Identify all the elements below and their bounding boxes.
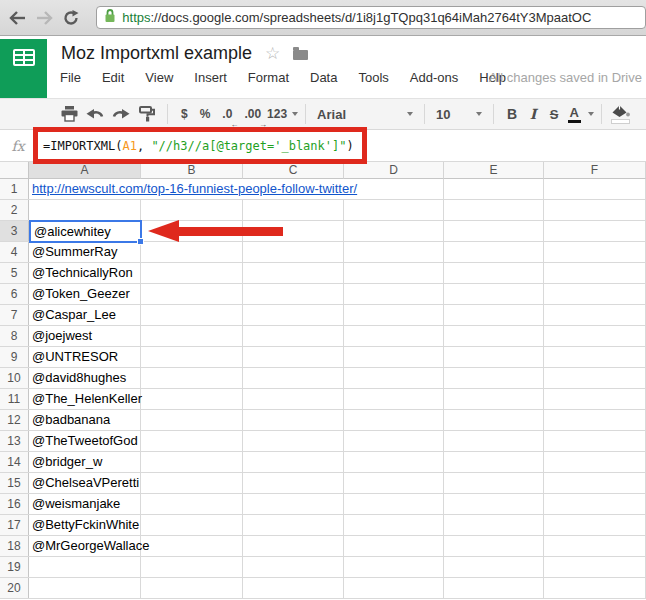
- document-title[interactable]: Moz Importxml example: [61, 43, 252, 64]
- cell-A15[interactable]: @ChelseaVPeretti: [29, 473, 141, 493]
- row-header-6[interactable]: 6: [0, 284, 29, 304]
- cell-A2[interactable]: [29, 200, 141, 220]
- menu-edit[interactable]: Edit: [102, 70, 124, 85]
- cell-C5[interactable]: [243, 263, 344, 283]
- cell-A9[interactable]: @UNTRESOR: [29, 347, 141, 367]
- star-icon[interactable]: ☆: [265, 45, 280, 62]
- cell-A14[interactable]: @bridger_w: [29, 452, 141, 472]
- cell-C8[interactable]: [243, 326, 344, 346]
- cell-C19[interactable]: [243, 557, 344, 577]
- menu-view[interactable]: View: [145, 70, 173, 85]
- cell-E16[interactable]: [444, 494, 544, 514]
- cell-F7[interactable]: [544, 305, 646, 325]
- cell-B5[interactable]: [141, 263, 243, 283]
- cell-B14[interactable]: [141, 452, 243, 472]
- cell-E19[interactable]: [444, 557, 544, 577]
- bold-button[interactable]: B: [501, 102, 523, 126]
- select-all-corner[interactable]: [0, 162, 29, 179]
- column-header-D[interactable]: D: [344, 162, 444, 179]
- cell-F18[interactable]: [544, 536, 646, 556]
- cell-F9[interactable]: [544, 347, 646, 367]
- row-header-2[interactable]: 2: [0, 200, 29, 220]
- cell-F10[interactable]: [544, 368, 646, 388]
- cell-E3[interactable]: [444, 221, 544, 241]
- cell-E6[interactable]: [444, 284, 544, 304]
- back-icon[interactable]: [8, 8, 27, 28]
- cell-A11[interactable]: @The_HelenKeller: [29, 389, 141, 409]
- cell-A19[interactable]: [29, 557, 141, 577]
- cell-D17[interactable]: [344, 515, 444, 535]
- row-header-10[interactable]: 10: [0, 368, 29, 388]
- cell-C16[interactable]: [243, 494, 344, 514]
- cell-E11[interactable]: [444, 389, 544, 409]
- menu-tools[interactable]: Tools: [358, 70, 388, 85]
- cell-E2[interactable]: [444, 200, 544, 220]
- menu-data[interactable]: Data: [310, 70, 337, 85]
- cell-E14[interactable]: [444, 452, 544, 472]
- cell-C15[interactable]: [243, 473, 344, 493]
- cell-C12[interactable]: [243, 410, 344, 430]
- cell-B8[interactable]: [141, 326, 243, 346]
- paint-format-icon[interactable]: [134, 102, 160, 126]
- cell-B13[interactable]: [141, 431, 243, 451]
- fill-color-button[interactable]: [611, 105, 630, 124]
- cell-E13[interactable]: [444, 431, 544, 451]
- cell-B2[interactable]: [141, 200, 243, 220]
- row-header-13[interactable]: 13: [0, 431, 29, 451]
- cell-D16[interactable]: [344, 494, 444, 514]
- cell-B3[interactable]: [141, 221, 243, 241]
- decrease-decimal-button[interactable]: .0←: [216, 102, 238, 126]
- cell-E20[interactable]: [444, 578, 544, 598]
- cell-F17[interactable]: [544, 515, 646, 535]
- cell-C20[interactable]: [243, 578, 344, 598]
- cell-E15[interactable]: [444, 473, 544, 493]
- cell-A16[interactable]: @weismanjake: [29, 494, 141, 514]
- cell-C18[interactable]: [243, 536, 344, 556]
- cell-E1[interactable]: [444, 179, 544, 199]
- cell-A6[interactable]: @Token_Geezer: [29, 284, 141, 304]
- cell-E9[interactable]: [444, 347, 544, 367]
- sheets-logo-icon[interactable]: [0, 39, 47, 98]
- cell-F15[interactable]: [544, 473, 646, 493]
- cell-E18[interactable]: [444, 536, 544, 556]
- forward-icon[interactable]: [35, 8, 54, 28]
- cell-D14[interactable]: [344, 452, 444, 472]
- cell-B9[interactable]: [141, 347, 243, 367]
- cell-A13[interactable]: @TheTweetofGod: [29, 431, 141, 451]
- cell-D13[interactable]: [344, 431, 444, 451]
- cell-D2[interactable]: [344, 200, 444, 220]
- cell-F1[interactable]: [544, 179, 646, 199]
- cell-B20[interactable]: [141, 578, 243, 598]
- cell-B15[interactable]: [141, 473, 243, 493]
- cell-D15[interactable]: [344, 473, 444, 493]
- cell-F8[interactable]: [544, 326, 646, 346]
- cell-F4[interactable]: [544, 242, 646, 262]
- menu-insert[interactable]: Insert: [194, 70, 227, 85]
- column-header-C[interactable]: C: [243, 162, 344, 179]
- cell-C13[interactable]: [243, 431, 344, 451]
- column-header-A[interactable]: A: [29, 162, 141, 179]
- cell-D5[interactable]: [344, 263, 444, 283]
- formula-input[interactable]: =IMPORTXML(A1, "//h3//a[@target='_blank'…: [43, 139, 354, 153]
- cell-E4[interactable]: [444, 242, 544, 262]
- cell-A7[interactable]: @Caspar_Lee: [29, 305, 141, 325]
- italic-button[interactable]: I: [523, 102, 543, 126]
- row-header-15[interactable]: 15: [0, 473, 29, 493]
- cell-F14[interactable]: [544, 452, 646, 472]
- row-header-19[interactable]: 19: [0, 557, 29, 577]
- column-header-E[interactable]: E: [444, 162, 544, 179]
- cell-F16[interactable]: [544, 494, 646, 514]
- cell-F3[interactable]: [544, 221, 646, 241]
- cell-A10[interactable]: @david8hughes: [29, 368, 141, 388]
- cell-B17[interactable]: [141, 515, 243, 535]
- redo-icon[interactable]: [108, 102, 134, 126]
- row-header-1[interactable]: 1: [0, 179, 29, 199]
- cell-C6[interactable]: [243, 284, 344, 304]
- row-header-9[interactable]: 9: [0, 347, 29, 367]
- menu-format[interactable]: Format: [248, 70, 289, 85]
- strikethrough-button[interactable]: S: [543, 102, 565, 126]
- font-size-select[interactable]: 10: [432, 102, 486, 126]
- cell-D4[interactable]: [344, 242, 444, 262]
- cell-F12[interactable]: [544, 410, 646, 430]
- cell-C7[interactable]: [243, 305, 344, 325]
